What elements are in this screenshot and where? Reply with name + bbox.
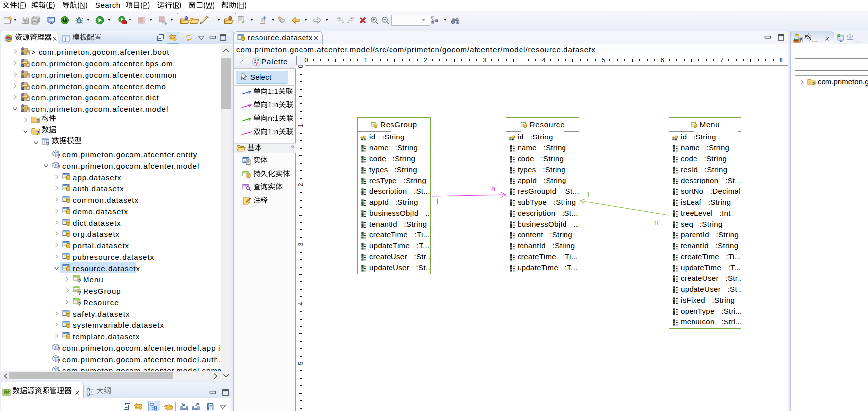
svg-text:n: n [491,184,495,193]
svg-text:1: 1 [435,197,439,206]
svg-text:1: 1 [586,190,590,199]
svg-text:n: n [654,218,658,226]
